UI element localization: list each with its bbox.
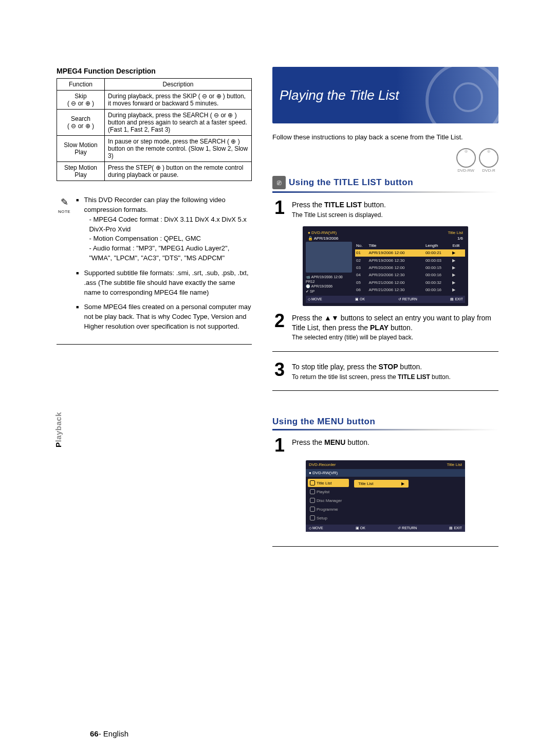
fn-name: Skip xyxy=(75,93,86,100)
fn-desc: Press the STEP( ⊕ ) button on the remote… xyxy=(105,162,252,181)
step-1: 1 Press the TITLE LIST button. The Title… xyxy=(272,200,498,219)
fn-sub: ( ⊖ or ⊕ ) xyxy=(67,100,94,107)
note-icon: ✎NOTE xyxy=(57,195,72,337)
fn-name: Step Motion Play xyxy=(57,162,105,181)
dvd-r-icon: ◎DVD-R xyxy=(479,148,498,168)
mpeg4-table-title: MPEG4 Function Description xyxy=(57,67,252,75)
th-function: Function xyxy=(57,79,105,91)
fn-name: Search xyxy=(71,115,90,122)
page-content: MPEG4 Function Description Function Desc… xyxy=(57,67,498,715)
subheading-menu: Using the MENU button xyxy=(272,417,498,427)
fn-desc: During playback, press the SKIP ( ⊖ or ⊕… xyxy=(105,91,252,110)
fn-sub: ( ⊖ or ⊕ ) xyxy=(67,122,94,130)
note-sub: - MPEG4 Codec format : DivX 3.11 DivX 4.… xyxy=(84,215,252,235)
menu-screenshot: DVD-RecorderTitle List ● DVD-RW(VR) Titl… xyxy=(306,460,465,532)
dvd-rw-icon: ◎DVD-RW xyxy=(456,148,476,168)
note-block: ✎NOTE This DVD Recorder can play the fol… xyxy=(57,195,252,337)
table-row: Skip( ⊖ or ⊕ ) During playback, press th… xyxy=(57,91,252,110)
banner-title: Playing the Title List xyxy=(280,87,399,103)
note-sub: - Audio format : "MP3", "MPEG1 Audio Lay… xyxy=(84,244,252,263)
fn-name: Slow Motion Play xyxy=(57,136,105,162)
remote-icon: ⎚ xyxy=(272,176,286,189)
step-1b: 1 Press the MENU button. xyxy=(272,438,498,454)
fn-desc: In pause or step mode, press the SEARCH … xyxy=(105,136,252,162)
table-row: Step Motion Play Press the STEP( ⊕ ) but… xyxy=(57,162,252,181)
note-sub: - Motion Compensation : QPEL, GMC xyxy=(84,234,252,244)
title-list-screenshot: ● DVD-RW(VR)Title List 🔒 APR/19/20061/6 … xyxy=(303,226,468,305)
fn-desc: During playback, press the SEARCH ( ⊖ or… xyxy=(105,110,252,136)
note-text: This DVD Recorder can play the following… xyxy=(84,196,225,213)
intro-text: Follow these instructions to play back a… xyxy=(272,133,498,142)
table-row: Slow Motion Play In pause or step mode, … xyxy=(57,136,252,162)
disc-icons: ◎DVD-RW ◎DVD-R xyxy=(272,145,498,168)
note-text: Supported subtitle file formats: .smi, .… xyxy=(84,268,252,298)
step-3: 3 To stop title play, press the STOP but… xyxy=(272,362,498,381)
title-banner: Playing the Title List xyxy=(272,67,498,123)
subheading: Using the TITLE LIST button xyxy=(289,177,413,188)
table-row: Search( ⊖ or ⊕ ) During playback, press … xyxy=(57,110,252,136)
note-text: Some MPEG4 files created on a personal c… xyxy=(84,302,252,332)
mpeg4-function-table: Function Description Skip( ⊖ or ⊕ ) Duri… xyxy=(57,78,252,181)
th-description: Description xyxy=(105,79,252,91)
page-footer: 66- English xyxy=(90,729,128,738)
divider xyxy=(57,344,252,345)
step-2: 2 Press the ▲▼ buttons to select an entr… xyxy=(272,313,498,342)
